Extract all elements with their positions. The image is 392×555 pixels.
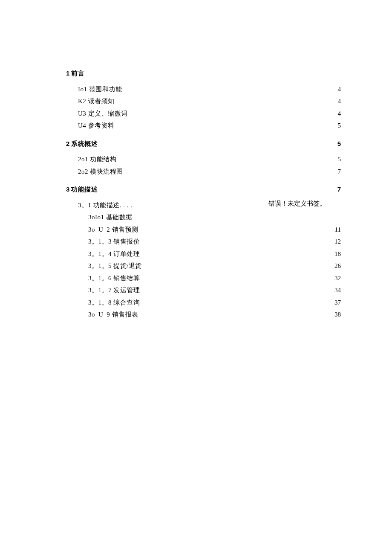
toc-label: 3o U 9 销售报表 [88, 308, 138, 321]
toc-label: 3。1 功能描述. . . . [78, 202, 133, 209]
toc-page-num: 7 [331, 166, 341, 178]
toc-entry: 3。1。8 综合查询 37 [66, 296, 341, 309]
toc-page-num: 5 [331, 153, 341, 166]
toc-page-num: 7 [331, 183, 341, 196]
toc-page-num: 4 [331, 83, 341, 96]
toc-label: 3。1。8 综合查询 [88, 296, 140, 309]
toc-page-num: 18 [331, 248, 341, 260]
toc-label: K2 读者须知 [78, 95, 115, 108]
toc-page-num: 4 [331, 95, 341, 108]
toc-label: Io1 范围和功能 [78, 83, 122, 96]
toc-label: 3o U 2 销售预测 [88, 224, 138, 236]
toc-label: 3。1。7 发运管理 [88, 284, 140, 296]
toc-label: 3oIo1 基础数据 [88, 214, 133, 221]
toc-entry: U4 参考资料 5 [66, 119, 341, 132]
toc-page-num: 11 [331, 224, 341, 236]
toc-label: 3。1。4 订单处理 [88, 248, 140, 260]
toc-entry: 2o1 功能结构 5 [66, 153, 341, 166]
toc-error-note: 错误！未定义书签。 [268, 199, 328, 208]
toc-page-num: 5 [331, 119, 341, 132]
toc-page-num: 12 [331, 235, 341, 248]
toc-page: 1 前言 Io1 范围和功能 4 K2 读者须知 4 U3 定义、缩微词 4 U… [0, 0, 392, 555]
toc-error-block: 3。1 功能描述. . . . 3oIo1 基础数据 错误！未定义书签。 [78, 199, 341, 224]
toc-entry: 3。1。7 发运管理 34 [66, 284, 341, 296]
toc-heading-3-num: 3 [66, 183, 69, 196]
toc-entry: 3o U 9 销售报表 38 [66, 308, 341, 321]
toc-page-num: 38 [331, 308, 341, 321]
toc-entry: Io1 范围和功能 4 [66, 83, 341, 96]
toc-label: 3。1。5 提货/退货 [88, 260, 142, 272]
toc-label: 2o1 功能结构 [78, 153, 116, 166]
toc-entry: 2o2 模块流程图 7 [66, 166, 341, 178]
toc-heading-3-text: 功能描述 [71, 183, 98, 196]
toc-label: U4 参考资料 [78, 119, 115, 132]
toc-label: U3 定义、缩微词 [78, 108, 128, 120]
toc-heading-2-text: 系统概述 [71, 138, 98, 150]
toc-heading-2: 2 系统概述 5 [66, 138, 341, 150]
toc-heading-1: 1 前言 [66, 67, 341, 80]
toc-entry: 3。1。5 提货/退货 26 [66, 260, 341, 272]
toc-page-num: 4 [331, 108, 341, 120]
toc-page-num: 26 [331, 260, 341, 272]
toc-label: 3。1。6 销售结算 [88, 272, 140, 285]
toc-page-num: 5 [331, 138, 341, 150]
toc-entry: 3。1。3 销售报价 12 [66, 235, 341, 248]
toc-label: 3。1。3 销售报价 [88, 235, 140, 248]
toc-entry: K2 读者须知 4 [66, 95, 341, 108]
toc-page-num: 32 [331, 272, 341, 285]
toc-heading-1-text: 前言 [71, 67, 84, 80]
toc-heading-3: 3 功能描述 7 [66, 183, 341, 196]
toc-page-num: 34 [331, 284, 341, 296]
toc-entry: U3 定义、缩微词 4 [66, 108, 341, 120]
toc-heading-1-num: 1 [66, 67, 69, 80]
toc-page-num: 37 [331, 296, 341, 309]
toc-entry: 3。1。6 销售结算 32 [66, 272, 341, 285]
toc-entry-error-line2: 3oIo1 基础数据 [78, 211, 341, 224]
toc-label: 2o2 模块流程图 [78, 166, 123, 178]
toc-entry: 3。1。4 订单处理 18 [66, 248, 341, 260]
toc-entry: 3o U 2 销售预测 11 [66, 224, 341, 236]
toc-heading-2-num: 2 [66, 138, 69, 150]
